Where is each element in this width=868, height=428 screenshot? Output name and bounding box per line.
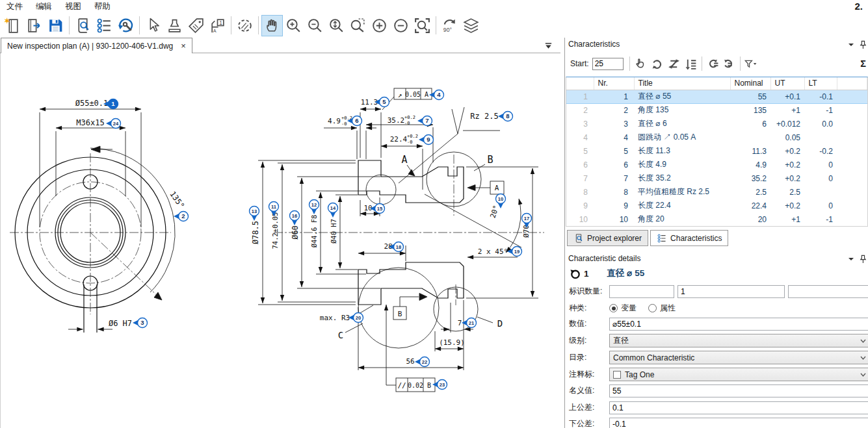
document-tab-title: New inspection plan (A) | 930-1200-406-V…	[7, 42, 173, 51]
characteristics-table[interactable]: Nr.TitleNominalUTLT 11直径 ⌀ 5555+0.1-0.12…	[566, 77, 868, 227]
toolbar-separator	[258, 16, 259, 34]
open-plan-button[interactable]	[23, 15, 45, 36]
balloon-14[interactable]: 14	[328, 203, 338, 218]
document-tab[interactable]: New inspection plan (A) | 930-1200-406-V…	[1, 38, 192, 53]
table-row[interactable]: 1010角度 2020+1-1	[566, 212, 867, 226]
column-header-nominal[interactable]: Nominal	[730, 77, 770, 90]
menu-item-4[interactable]: 帮助	[94, 1, 111, 12]
settings-tools-button[interactable]	[115, 15, 137, 36]
project-explorer-button[interactable]	[72, 15, 94, 36]
increase-button[interactable]	[369, 15, 390, 36]
drawing-label: 0.05	[405, 91, 421, 98]
balloon-8[interactable]: 8	[498, 112, 513, 121]
catalog-row: 目录: Common Characteristic	[569, 351, 868, 364]
select-arrow-button[interactable]	[142, 15, 164, 36]
column-header[interactable]	[566, 77, 594, 90]
pan-hand-button[interactable]	[261, 15, 283, 36]
variable-radio[interactable]	[609, 304, 618, 312]
balloon-22[interactable]: 22	[415, 357, 430, 367]
menu-item-3[interactable]: 视图	[65, 1, 81, 12]
balloon-24[interactable]: 24	[106, 119, 121, 129]
table-row[interactable]: 77长度 35.235.2+0.20	[566, 171, 867, 185]
balloon-12[interactable]: 12	[309, 200, 319, 215]
zoom-out-button[interactable]	[304, 15, 326, 36]
balloon-9[interactable]: 9	[419, 135, 434, 145]
characteristics-list-icon	[96, 17, 113, 34]
renumber-z-button[interactable]	[666, 55, 683, 72]
table-header-row[interactable]: Nr.TitleNominalUTLT	[566, 77, 867, 90]
balloon-13[interactable]: 13	[250, 207, 259, 221]
stamp-approve-button[interactable]	[164, 15, 185, 36]
panel-caret-icon[interactable]	[848, 42, 854, 48]
id-qty-input-1[interactable]	[609, 285, 674, 298]
drawing-label: Ø6 H7	[109, 319, 132, 328]
balloon-2[interactable]: 2	[174, 212, 189, 221]
nominal-input[interactable]	[609, 384, 868, 397]
dimension-note-button[interactable]: 1A	[207, 15, 228, 36]
tab-list-caret-icon[interactable]	[544, 41, 553, 49]
column-header-lt[interactable]: LT	[804, 77, 837, 90]
attribute-radio[interactable]	[648, 304, 657, 312]
column-header-nr[interactable]: Nr.	[594, 77, 634, 90]
table-row[interactable]: 55长度 11.311.3+0.2-0.2	[566, 144, 867, 158]
drawing-label: ↗	[398, 91, 402, 99]
drawing-label: A	[425, 91, 428, 98]
tag-select[interactable]: Tag One	[609, 368, 868, 381]
tab-project-explorer[interactable]: Project explorer	[567, 230, 648, 246]
zoom-dynamic-button[interactable]	[326, 15, 347, 36]
catalog-select[interactable]: Common Characteristic	[609, 351, 868, 364]
layers-button[interactable]	[460, 15, 482, 36]
balloon-20[interactable]: 20	[349, 313, 363, 323]
tag-checkbox[interactable]	[613, 371, 621, 379]
filter-button[interactable]	[743, 55, 759, 72]
menu-item-2[interactable]: 编辑	[36, 1, 52, 12]
upper-tol-input[interactable]	[609, 401, 868, 414]
save-button[interactable]	[45, 15, 66, 36]
tag-label-button[interactable]	[185, 15, 207, 36]
sort-sequence-button[interactable]	[683, 55, 700, 72]
sigma-summary-icon[interactable]: Σ	[860, 58, 866, 69]
lasso-region-button[interactable]	[234, 15, 256, 36]
table-row[interactable]: 11直径 ⌀ 5555+0.1-0.1	[566, 90, 867, 103]
decrease-button[interactable]	[390, 15, 412, 36]
new-plan-button[interactable]: ✶	[2, 15, 23, 36]
drawing-label: 7	[458, 319, 462, 327]
toolbar-separator	[69, 16, 70, 34]
value-row: 数值:	[569, 317, 868, 331]
level-select[interactable]: 直径	[609, 334, 868, 347]
hand-select-button[interactable]	[632, 55, 649, 72]
table-row[interactable]: 88平均值粗糙度 Rz 2.52.52.5	[566, 185, 867, 199]
tab-characteristics[interactable]: Characteristics	[650, 230, 728, 246]
id-qty-input-3[interactable]	[788, 285, 868, 298]
balloon-7[interactable]: 7	[417, 116, 432, 126]
zoom-window-button[interactable]	[347, 15, 369, 36]
column-header[interactable]	[837, 77, 867, 90]
pin-icon[interactable]	[859, 255, 867, 264]
menu-item-1[interactable]: 文件	[7, 1, 23, 12]
table-row[interactable]: 44圆跳动 ↗ 0.05 A0.05	[566, 131, 867, 144]
balloon-3[interactable]: 3	[133, 318, 148, 328]
nominal-row: 名义值:	[569, 384, 868, 397]
drawing-viewport[interactable]: Ø55±0.1M36x15135°Ø6 H711.34.9+0.2-035.2+…	[0, 53, 560, 428]
resequence-right-button[interactable]	[721, 55, 738, 72]
close-tab-icon[interactable]: ×	[181, 41, 186, 51]
table-row[interactable]: 22角度 135135+1-1	[566, 103, 867, 117]
resequence-left-button[interactable]	[704, 55, 721, 72]
renumber-loop-button[interactable]	[649, 55, 666, 72]
rotate-90-button[interactable]: 90°	[439, 15, 460, 36]
start-input[interactable]	[592, 58, 624, 70]
id-qty-input-2[interactable]	[677, 285, 785, 298]
table-row[interactable]: 33直径 ⌀ 66+0.0120.0	[566, 117, 867, 131]
zoom-in-button[interactable]	[283, 15, 304, 36]
column-header-ut[interactable]: UT	[770, 77, 804, 90]
panel-caret-icon[interactable]	[848, 256, 854, 262]
characteristics-list-button[interactable]	[94, 15, 115, 36]
pin-icon[interactable]	[859, 40, 867, 49]
zoom-fit-button[interactable]	[412, 15, 433, 36]
lower-tol-input[interactable]	[609, 418, 868, 428]
value-input[interactable]	[609, 318, 868, 331]
balloon-16[interactable]: 16	[290, 211, 300, 226]
table-row[interactable]: 66长度 4.94.9+0.20	[566, 158, 867, 171]
column-header-title[interactable]: Title	[634, 77, 730, 90]
table-row[interactable]: 99长度 22.422.4+0.20	[566, 199, 867, 212]
